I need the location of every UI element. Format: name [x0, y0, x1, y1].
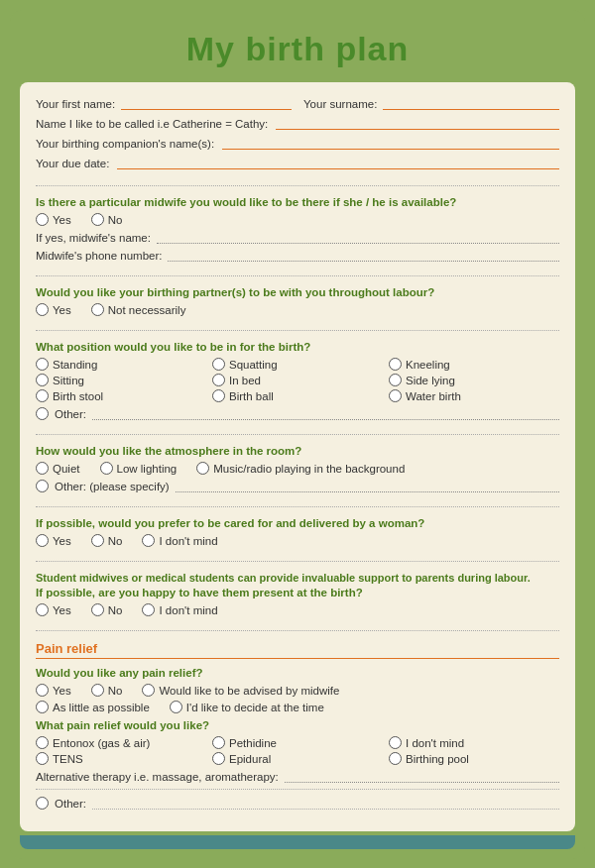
pr-other-label: Other: [55, 798, 86, 810]
name-row: Your first name: Your surname: [36, 96, 559, 110]
position-squatting[interactable]: Squatting [212, 358, 383, 371]
due-date-input[interactable] [117, 156, 559, 169]
atmosphere-section: How would you like the atmosphere in the… [36, 445, 559, 507]
companion-input[interactable] [222, 136, 559, 150]
personal-info-section: Your first name: Your surname: Name I li… [36, 96, 559, 186]
position-other-input[interactable] [92, 406, 559, 420]
radio-birth-ball [212, 389, 225, 402]
pain-relief-title: Pain relief [36, 641, 559, 656]
pr-entonox[interactable]: Entonox (gas & air) [36, 736, 206, 749]
surname-label: Your surname: [303, 98, 377, 110]
first-name-input[interactable] [121, 96, 292, 110]
surname-input[interactable] [383, 96, 559, 110]
radio-no [91, 213, 104, 226]
position-birth-stool[interactable]: Birth stool [36, 389, 206, 402]
surname-field: Your surname: [303, 96, 559, 110]
pr-pethidine[interactable]: Pethidine [212, 736, 383, 749]
pr-midwife-advised[interactable]: Would like to be advised by midwife [142, 684, 339, 697]
position-water-birth[interactable]: Water birth [389, 389, 559, 402]
pr-other-row: Other: [36, 796, 559, 810]
pr-yes[interactable]: Yes [36, 684, 71, 697]
midwife-name-input[interactable] [157, 230, 559, 244]
position-sitting[interactable]: Sitting [36, 374, 206, 386]
female-dont-mind[interactable]: I don't mind [142, 534, 217, 547]
radio-pr-yes [36, 684, 49, 697]
position-side-lying[interactable]: Side lying [389, 374, 559, 386]
radio-female-yes [36, 534, 49, 547]
atmosphere-other[interactable] [36, 480, 49, 492]
pr-birthing-pool[interactable]: Birthing pool [389, 752, 559, 765]
pain-relief-q2: What pain relief would you like? [36, 719, 559, 731]
position-other-row: Other: [36, 406, 559, 420]
radio-standing [36, 358, 49, 371]
position-other[interactable] [36, 407, 49, 420]
atmosphere-options: Quiet Low lighting Music/radio playing i… [36, 462, 559, 475]
radio-female-no [91, 534, 104, 547]
page-wrapper: My birth plan Your first name: Your surn… [10, 10, 585, 859]
radio-epidural [212, 752, 225, 765]
female-no[interactable]: No [91, 534, 123, 547]
birthing-partner-options: Yes Not necessarily [36, 303, 559, 316]
radio-partner-yes [36, 303, 49, 316]
atmosphere-quiet[interactable]: Quiet [36, 462, 80, 475]
pr-other-option[interactable] [36, 797, 49, 810]
student-no[interactable]: No [91, 603, 123, 616]
radio-position-other [36, 407, 49, 420]
due-date-label: Your due date: [36, 158, 109, 169]
atmosphere-low-lighting[interactable]: Low lighting [100, 462, 178, 475]
partner-not-necessarily[interactable]: Not necessarily [91, 303, 186, 316]
radio-female-dont-mind [142, 534, 155, 547]
student-question: If possible, are you happy to have them … [36, 587, 559, 598]
partner-yes[interactable]: Yes [36, 303, 71, 316]
midwife-phone-label: Midwife's phone number: [36, 250, 162, 262]
nickname-row: Name I like to be called i.e Catherine =… [36, 116, 559, 130]
alt-therapy-row: Alternative therapy i.e. massage, aromat… [36, 769, 559, 783]
female-yes[interactable]: Yes [36, 534, 71, 547]
radio-water-birth [389, 389, 402, 402]
page-title: My birth plan [20, 30, 575, 68]
radio-tens [36, 752, 49, 765]
radio-yes [36, 213, 49, 226]
midwife-no[interactable]: No [91, 213, 123, 226]
radio-student-dont-mind [142, 603, 155, 616]
pr-other-input[interactable] [92, 796, 559, 810]
pr-decide-time[interactable]: I'd like to decide at the time [170, 701, 324, 713]
midwife-phone-input[interactable] [168, 248, 559, 262]
nickname-label: Name I like to be called i.e Catherine =… [36, 118, 268, 130]
pr-tens[interactable]: TENS [36, 752, 206, 765]
radio-low-lighting [100, 462, 113, 475]
first-name-field: Your first name: [36, 96, 292, 110]
pr-no[interactable]: No [91, 684, 123, 697]
student-note: Student midwives or medical students can… [36, 572, 559, 584]
alt-therapy-label: Alternative therapy i.e. massage, aromat… [36, 771, 279, 783]
pr-dont-mind[interactable]: I don't mind [389, 736, 559, 749]
position-kneeling[interactable]: Kneeling [389, 358, 559, 371]
nickname-input[interactable] [276, 116, 559, 130]
radio-side-lying [389, 374, 402, 386]
pain-relief-q1: Would you like any pain relief? [36, 667, 559, 679]
birthing-partner-section: Would you like your birthing partner(s) … [36, 286, 559, 331]
radio-in-bed [212, 374, 225, 386]
pain-relief-options-row2: As little as possible I'd like to decide… [36, 701, 559, 713]
student-options: Yes No I don't mind [36, 603, 559, 616]
position-standing[interactable]: Standing [36, 358, 206, 371]
alt-therapy-input[interactable] [285, 769, 559, 783]
atmosphere-music[interactable]: Music/radio playing in the background [196, 462, 405, 475]
atmosphere-other-input[interactable] [176, 479, 559, 492]
midwife-yes[interactable]: Yes [36, 213, 71, 226]
pain-relief-options-row1: Yes No Would like to be advised by midwi… [36, 684, 559, 697]
student-yes[interactable]: Yes [36, 603, 71, 616]
pain-relief-divider [36, 658, 559, 659]
position-birth-ball[interactable]: Birth ball [212, 389, 383, 402]
female-carer-question: If possible, would you prefer to be care… [36, 517, 559, 529]
female-carer-options: Yes No I don't mind [36, 534, 559, 547]
radio-sitting [36, 374, 49, 386]
first-name-label: Your first name: [36, 98, 115, 110]
pr-epidural[interactable]: Epidural [212, 752, 383, 765]
pr-as-little[interactable]: As little as possible [36, 701, 150, 713]
student-midwives-section: Student midwives or medical students can… [36, 572, 559, 631]
student-dont-mind[interactable]: I don't mind [142, 603, 217, 616]
position-in-bed[interactable]: In bed [212, 374, 383, 386]
radio-birth-stool [36, 389, 49, 402]
companion-row: Your birthing companion's name(s): [36, 136, 559, 150]
